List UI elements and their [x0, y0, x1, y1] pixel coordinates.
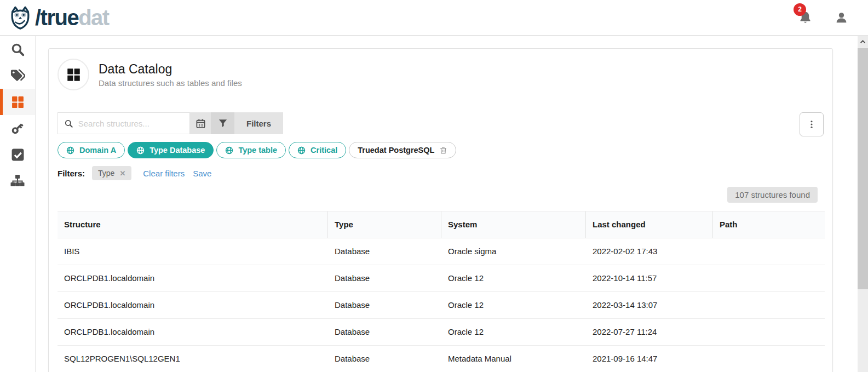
- notifications-button[interactable]: 2: [798, 10, 813, 25]
- column-header-last-changed: Last changed: [586, 211, 713, 238]
- cell-last-changed: 2021-09-16 14:47: [586, 346, 713, 372]
- globe-icon: [136, 146, 145, 154]
- globe-icon: [66, 146, 74, 154]
- filter-chip-label: Type Database: [150, 146, 205, 154]
- filter-toggle-button[interactable]: [211, 112, 234, 134]
- column-header-type: Type: [328, 211, 441, 238]
- column-header-system: System: [441, 211, 586, 238]
- close-icon[interactable]: ✕: [119, 169, 125, 178]
- filter-chip-label: Type table: [238, 146, 277, 154]
- topbar: /truedat 2: [0, 0, 868, 36]
- search-icon: [10, 42, 25, 56]
- sidebar: [0, 36, 36, 372]
- cell-type: Database: [328, 319, 441, 345]
- filter-chip-label: Domain A: [79, 146, 116, 154]
- cell-last-changed: 2022-02-02 17:43: [586, 238, 713, 265]
- cell-system: Oracle 12: [441, 265, 586, 291]
- sidebar-item-check[interactable]: [0, 141, 35, 168]
- cell-structure: IBIS: [58, 238, 328, 265]
- brand-wordmark: /truedat: [35, 7, 109, 28]
- cell-structure: ORCLPDB1.localdomain: [58, 265, 328, 291]
- data-catalog-card: Data Catalog Data structures such as tab…: [48, 48, 833, 372]
- cell-path: [713, 319, 825, 345]
- clear-filters-link[interactable]: Clear filters: [143, 169, 185, 178]
- more-options-button[interactable]: [800, 112, 824, 136]
- results-row: 107 structures found: [58, 187, 824, 203]
- globe-icon: [225, 146, 233, 154]
- date-filter-button[interactable]: [190, 112, 211, 134]
- scrollbar-thumb[interactable]: [858, 48, 868, 289]
- sidebar-item-tags[interactable]: [0, 62, 35, 89]
- check-square-icon: [11, 148, 25, 162]
- filter-chip-truedat-postgresql[interactable]: Truedat PostgreSQL: [349, 142, 456, 158]
- filter-chip-critical[interactable]: Critical: [289, 142, 346, 158]
- table-row[interactable]: SQL12PROGEN1\SQL12GEN1 Database Metadata…: [58, 346, 825, 372]
- cell-system: Oracle sigma: [441, 238, 586, 265]
- topbar-actions: 2: [798, 10, 855, 25]
- cell-structure: SQL12PROGEN1\SQL12GEN1: [58, 346, 328, 372]
- structures-table: Structure Type System Last changed Path …: [58, 211, 825, 372]
- table-row[interactable]: ORCLPDB1.localdomain Database Oracle 12 …: [58, 319, 825, 346]
- card-header-text: Data Catalog Data structures such as tab…: [99, 61, 242, 88]
- key-icon: [10, 121, 25, 135]
- page-scrollbar[interactable]: [858, 36, 868, 372]
- tags-icon: [10, 69, 25, 82]
- sitemap-icon: [10, 174, 25, 187]
- cell-structure: ORCLPDB1.localdomain: [58, 319, 328, 345]
- sidebar-item-data-catalog[interactable]: [0, 89, 35, 115]
- filters-button[interactable]: Filters: [234, 112, 283, 134]
- sidebar-item-lineage[interactable]: [0, 168, 35, 194]
- cell-type: Database: [328, 292, 441, 318]
- sidebar-item-key[interactable]: [0, 115, 35, 141]
- calendar-icon: [196, 118, 206, 129]
- catalog-avatar: [58, 59, 89, 90]
- cell-path: [713, 346, 825, 372]
- page-title: Data Catalog: [99, 61, 242, 77]
- cell-path: [713, 265, 825, 291]
- user-menu-button[interactable]: [835, 11, 848, 25]
- cell-path: [713, 238, 825, 265]
- applied-filter-chip-type[interactable]: Type ✕: [92, 166, 131, 180]
- card-header: Data Catalog Data structures such as tab…: [58, 59, 824, 90]
- trash-icon[interactable]: [439, 146, 447, 154]
- toolbar: Filters: [58, 112, 824, 136]
- applied-filters-bar: Filters: Type ✕ Clear filters Save: [58, 166, 824, 180]
- cell-system: Oracle 12: [441, 292, 586, 318]
- table-row[interactable]: ORCLPDB1.localdomain Database Oracle 12 …: [58, 292, 825, 319]
- filter-funnel-icon: [218, 118, 228, 128]
- cell-structure: ORCLPDB1.localdomain: [58, 292, 328, 318]
- brand-logo[interactable]: /truedat: [8, 5, 109, 30]
- cell-last-changed: 2022-03-14 13:07: [586, 292, 713, 318]
- search-icon: [64, 118, 73, 129]
- column-header-structure: Structure: [58, 211, 328, 238]
- scrollbar-up-button[interactable]: [858, 36, 868, 47]
- column-header-path: Path: [713, 211, 825, 238]
- table-header-row: Structure Type System Last changed Path: [58, 211, 825, 238]
- cell-type: Database: [328, 265, 441, 291]
- globe-icon: [297, 146, 306, 154]
- user-icon: [835, 11, 848, 25]
- cell-last-changed: 2022-10-14 11:57: [586, 265, 713, 291]
- filter-chip-label: Truedat PostgreSQL: [358, 146, 434, 154]
- brand-wordmark-secondary: dat: [78, 5, 109, 30]
- search-box: [58, 112, 190, 134]
- chevron-up-icon: [859, 38, 866, 45]
- kebab-menu-icon: [807, 119, 817, 129]
- table-row[interactable]: ORCLPDB1.localdomain Database Oracle 12 …: [58, 265, 825, 292]
- table-row[interactable]: IBIS Database Oracle sigma 2022-02-02 17…: [58, 238, 825, 265]
- filter-chip-type-database[interactable]: Type Database: [128, 142, 214, 158]
- page-subtitle: Data structures such as tables and files: [99, 78, 242, 88]
- cell-type: Database: [328, 238, 441, 265]
- cell-path: [713, 292, 825, 318]
- search-input[interactable]: [78, 119, 183, 128]
- search-group: Filters: [58, 112, 283, 134]
- grid-icon: [11, 95, 25, 109]
- filter-chip-label: Critical: [311, 146, 337, 154]
- filter-chip-type-table[interactable]: Type table: [216, 142, 286, 158]
- applied-filters-label: Filters:: [58, 169, 85, 178]
- filter-chip-domain-a[interactable]: Domain A: [58, 142, 125, 158]
- sidebar-item-search[interactable]: [0, 36, 35, 62]
- active-filter-chips: Domain A Type Database Type table Critic…: [58, 142, 824, 158]
- cell-system: Oracle 12: [441, 319, 586, 345]
- save-filters-link[interactable]: Save: [193, 169, 211, 178]
